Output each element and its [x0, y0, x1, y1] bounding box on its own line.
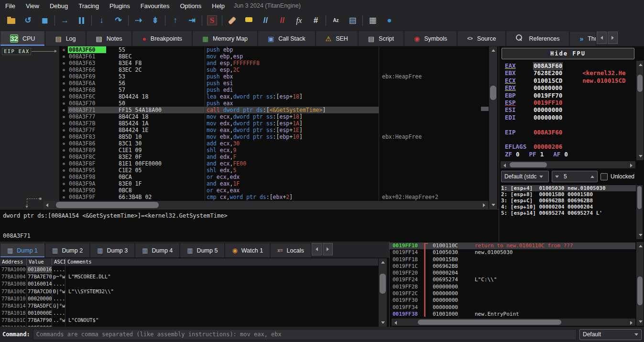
register-name[interactable]: EDI [505, 114, 534, 121]
dump-tab-dump-2[interactable]: ▥Dump 2 [45, 243, 90, 257]
scrollbar-thumb[interactable] [490, 86, 496, 100]
breakpoint-gutter[interactable] [59, 174, 68, 180]
run-to-user-code-button[interactable]: ⇥ [184, 13, 200, 27]
flag-value[interactable]: 1 [540, 151, 544, 158]
register-name[interactable]: EFLAGS [505, 143, 534, 150]
dump-vertical-scrollbar[interactable] [379, 258, 387, 327]
registers-vertical-scrollbar[interactable] [636, 61, 644, 160]
register-name[interactable]: ECX [505, 77, 534, 84]
disassembly-row[interactable]: 008A3F6953push ebxebx:HeapFree [59, 73, 489, 80]
dump-row[interactable]: 77BA100C77BA7CD0Ð|°wL"\\SYSTEM32\\" [0, 288, 378, 295]
menu-item-debug[interactable]: Debug [44, 2, 73, 10]
disassembly-row[interactable]: 008A3F838B5D 10mov ebx,dword ptr ss:[ebp… [59, 133, 489, 140]
scroll-right-button[interactable] [627, 161, 635, 169]
breakpoint-gutter[interactable] [59, 80, 68, 87]
breakpoint-gutter[interactable] [59, 187, 68, 194]
scroll-right-button[interactable] [627, 319, 635, 327]
scroll-down-button[interactable] [379, 319, 387, 327]
scroll-down-button[interactable] [489, 201, 497, 209]
argument-row[interactable]: 4: [esp+10] 00000204 00000204 [501, 204, 636, 210]
register-name[interactable]: EDX [505, 84, 534, 91]
patch-button[interactable] [224, 13, 240, 27]
disassembly-row[interactable]: 008A3F9F66:3B4B 02cmp cx,word ptr ds:[eb… [59, 194, 489, 200]
disassembly-row[interactable]: 008A3F6C8D4424 18lea eax,dword ptr ss:[e… [59, 93, 489, 100]
scrollbar-track[interactable] [400, 319, 627, 326]
dump-tab-scroll-right-button[interactable] [323, 243, 333, 255]
disassembly-row[interactable]: 008A3F7B8B5424 1Amov edx,dword ptr ss:[e… [59, 120, 489, 127]
dump-row[interactable]: 77BA100477BA7E70p~°wL"MSCOREE.DLL" [0, 273, 378, 280]
modules-button[interactable]: ▤ [344, 13, 361, 27]
step-into-button[interactable]: ↓ [93, 13, 110, 27]
register-value[interactable]: 00000000 [534, 84, 562, 91]
scrollbar-track[interactable] [509, 161, 627, 168]
register-value[interactable]: 00000000 [534, 114, 562, 121]
stack-vertical-scrollbar[interactable] [636, 242, 644, 326]
tab-breakpoints[interactable]: ●Breakpoints [132, 31, 192, 46]
tab-scroll-right-button[interactable] [608, 32, 618, 44]
comment-button[interactable] [240, 13, 257, 27]
dump-tab-dump-1[interactable]: ▥Dump 1 [0, 243, 45, 257]
scroll-up-button[interactable] [489, 46, 497, 55]
scroll-left-button[interactable] [43, 201, 51, 209]
dump-tab-watch-1[interactable]: ◉Watch 1 [225, 243, 270, 257]
breakpoint-gutter[interactable] [59, 100, 68, 107]
tab-references[interactable]: References [506, 31, 569, 46]
menu-item-help[interactable]: Help [207, 2, 230, 10]
restart-button[interactable]: ↺ [20, 13, 36, 27]
breakpoint-gutter[interactable] [59, 46, 68, 53]
spinner-up-icon[interactable] [590, 176, 594, 178]
registers-horizontal-scrollbar[interactable] [501, 161, 635, 168]
scroll-right-button[interactable] [480, 201, 488, 209]
tab-threads[interactable]: »Threads [569, 31, 596, 46]
flag-name[interactable]: AF [553, 151, 560, 158]
register-value[interactable]: 010015CD [534, 77, 562, 84]
register-value[interactable]: 008A3F60 [534, 129, 562, 136]
scroll-up-button[interactable] [636, 61, 644, 69]
scroll-down-button[interactable] [636, 152, 644, 160]
unlocked-checkbox[interactable] [600, 173, 608, 180]
hash-button[interactable]: # [307, 13, 324, 27]
breakpoint-gutter[interactable] [59, 140, 68, 147]
menu-item-options[interactable]: Options [175, 2, 207, 10]
breakpoint-gutter[interactable] [59, 154, 68, 160]
flag-value[interactable]: 0 [516, 151, 520, 158]
register-value[interactable]: 00000000 [534, 106, 562, 113]
menu-item-favourites[interactable]: Favourites [135, 2, 175, 10]
tab-scroll-left-button[interactable] [597, 32, 607, 44]
tab-memory-map[interactable]: ▦Memory Map [192, 31, 258, 46]
hide-fpu-button[interactable]: Hide FPU [502, 48, 634, 59]
stack-row[interactable]: 0019FF3400000000 [390, 304, 635, 311]
disassembly-horizontal-scrollbar[interactable] [43, 201, 488, 209]
pause-button[interactable] [73, 13, 90, 27]
register-value[interactable]: 7628E200 [534, 69, 562, 77]
disassembly-row[interactable]: 008A3F8F81E1 00FE0000and ecx,FE00 [59, 160, 489, 167]
breakpoint-gutter[interactable] [59, 147, 68, 154]
disassembly-row[interactable]: 008A3F778B4C24 18mov ecx,dword ptr ss:[e… [59, 113, 489, 120]
dump-column-header[interactable]: ASCI [52, 258, 65, 265]
disassembly-row[interactable]: 008A3F9A83E0 1Fand eax,1F [59, 180, 489, 187]
register-name[interactable]: EBP [505, 92, 534, 99]
argument-row[interactable]: 1: [esp+4] 01005030 new.01005030 [501, 185, 636, 191]
stack-row[interactable]: 0019FF3801001000new.EntryPoint [390, 311, 635, 318]
run-to-cursor-button[interactable]: ⇢ [130, 13, 147, 27]
scrollbar-track[interactable] [636, 250, 644, 318]
disassembly-row[interactable]: 008A3F980BCAor ecx,edx [59, 174, 489, 180]
scrollbar-thumb[interactable] [637, 75, 643, 92]
stack-row[interactable]: 0019FF2C00000000 [390, 290, 635, 297]
tab-call-stack[interactable]: ▣Call Stack [258, 31, 316, 46]
register-name[interactable]: ESI [505, 106, 534, 113]
dump-column-header[interactable]: Address [0, 258, 27, 265]
breakpoint-gutter[interactable] [59, 133, 68, 140]
scroll-left-button[interactable] [392, 319, 400, 327]
tab-symbols[interactable]: ◉Symbols [404, 31, 457, 46]
disassembly-row[interactable]: 008A3F8C83E2 0Fand edx,F [59, 154, 489, 160]
dump-column-header[interactable]: Value [27, 258, 52, 265]
dump-row[interactable]: 77BA10200005000C [0, 324, 378, 327]
scrollbar-track[interactable] [379, 266, 387, 319]
register-name[interactable]: EAX [505, 62, 534, 69]
tab-seh[interactable]: ⚠SEH [316, 31, 358, 46]
menu-item-plugins[interactable]: Plugins [104, 2, 135, 10]
scrollbar-track[interactable] [489, 55, 497, 201]
disassembly-row[interactable]: 008A3F618BECmov ebp,esp [59, 53, 489, 60]
run-button[interactable]: → [56, 13, 73, 27]
